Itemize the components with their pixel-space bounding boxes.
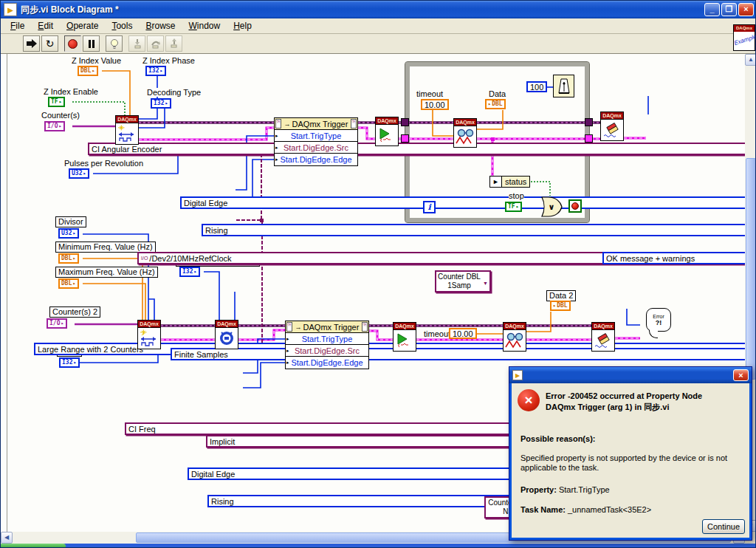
reason-text-line1: Specified property is not supported by t…: [520, 453, 727, 462]
run-button[interactable]: [23, 35, 40, 52]
step-over-button[interactable]: [147, 35, 164, 52]
vertical-scroll-thumb[interactable]: [746, 158, 756, 380]
property-row-trigtype[interactable]: Start.TrigType: [286, 333, 368, 345]
wire-junction: [260, 219, 264, 222]
daqmx-create-channel-node-top[interactable]: DAQmx: [115, 115, 139, 145]
label-decoding-type: Decoding Type: [147, 88, 201, 97]
loop-tunnel[interactable]: [585, 118, 593, 126]
restore-button[interactable]: ❐: [721, 3, 737, 16]
step-out-button[interactable]: [165, 35, 182, 52]
close-button[interactable]: ×: [738, 3, 754, 16]
scroll-left-arrow[interactable]: ◀: [1, 532, 13, 544]
run-continuous-icon: ↻: [46, 38, 55, 49]
terminal-stop[interactable]: TF: [505, 202, 522, 212]
property-row-digedge-src[interactable]: Start.DigEdge.Src: [275, 142, 357, 154]
constant-timeout-bottom[interactable]: 10.00: [449, 328, 477, 339]
daqmx-read-node-bottom[interactable]: DAQmx: [503, 322, 526, 352]
daqmx-create-channel-node-bottom[interactable]: DAQmx: [137, 320, 161, 349]
dropdown-ci-angular-encoder[interactable]: CI Angular Encoder: [88, 143, 756, 155]
daqmx-start-task-node-bottom[interactable]: DAQmx: [393, 322, 416, 352]
property-row-digedge-edge[interactable]: Start.DigEdge.Edge: [275, 154, 357, 165]
unbundle-status-node[interactable]: ► status: [489, 176, 530, 188]
property-row-digedge-src[interactable]: Start.DigEdge.Src: [286, 345, 368, 357]
menu-operate[interactable]: Operate: [60, 19, 105, 32]
terminal-divisor[interactable]: U32: [58, 228, 79, 239]
highlight-execution-button[interactable]: [106, 35, 123, 52]
label-data: Data: [489, 89, 506, 98]
labview-icon: ▶: [4, 3, 17, 16]
start-button-fragment[interactable]: [1, 544, 66, 548]
dialog-close-button[interactable]: ×: [733, 369, 749, 381]
read-glasses-icon: [455, 127, 475, 146]
terminal-counters[interactable]: I/O: [44, 121, 65, 131]
read-glasses-icon: [504, 331, 525, 350]
terminal-decoding-type[interactable]: I32: [151, 98, 171, 109]
task-name-line: Task Name: _unnamedTask<35E2>: [520, 505, 651, 514]
run-continuously-button[interactable]: ↻: [41, 35, 58, 52]
property-node-daqmx-trigger-bottom[interactable]: ?!→DAQmx Trigger?! Start.TrigType Start.…: [285, 321, 369, 369]
indicator-data-2[interactable]: DBL: [550, 301, 571, 311]
loop-tunnel[interactable]: [585, 134, 593, 143]
dropdown-rising-top[interactable]: Rising: [202, 224, 756, 236]
minimize-button[interactable]: _: [704, 3, 720, 16]
scroll-up-arrow[interactable]: ▲: [745, 54, 756, 66]
terminal-z-index-value[interactable]: DBL: [78, 66, 98, 76]
loop-iteration-terminal[interactable]: i: [423, 201, 436, 213]
menu-file[interactable]: File: [4, 19, 31, 32]
terminal-counters-2[interactable]: I/O: [47, 318, 67, 329]
error-in-glyph-icon: ?!: [286, 322, 292, 332]
property-node-daqmx-trigger-top[interactable]: ?!→DAQmx Trigger?! Start.TrigType Start.…: [274, 117, 358, 166]
vi-icon-daqmx-example[interactable]: DAQmx Example: [733, 24, 755, 51]
label-timeout-top: timeout: [416, 89, 443, 98]
property-row-trigtype[interactable]: Start.TrigType: [275, 130, 357, 142]
terminal-pulses-per-revolution[interactable]: U32: [69, 168, 89, 179]
dropdown-ok-warnings-top[interactable]: OK message + warnings: [602, 252, 756, 264]
terminal-z-index-phase[interactable]: I32: [145, 66, 166, 76]
terminal-edge[interactable]: I32: [59, 357, 80, 368]
wait-next-ms-multiple-node[interactable]: [553, 75, 574, 97]
menu-window[interactable]: Window: [182, 19, 227, 32]
terminal-min-freq[interactable]: DBL: [58, 253, 79, 264]
error-in-glyph-icon: ?!: [275, 119, 281, 129]
simple-error-handler-node-top[interactable]: Error?!: [646, 308, 673, 340]
menu-tools[interactable]: Tools: [105, 19, 139, 32]
label-divisor: Divisor: [55, 216, 86, 227]
label-stop: stop: [509, 191, 524, 200]
vi-icon-header: DAQmx: [734, 25, 755, 32]
constant-wait-ms[interactable]: 100: [526, 81, 547, 92]
reason-text-line2: applicable to the task.: [520, 463, 599, 472]
step-into-button[interactable]: [128, 35, 145, 52]
menu-browse[interactable]: Browse: [139, 19, 182, 32]
dropdown-finite-samples[interactable]: Finite Samples: [171, 348, 756, 360]
menu-help[interactable]: Help: [227, 19, 258, 32]
property-row-digedge-edge[interactable]: Start.DigEdge.Edge: [286, 357, 368, 369]
dropdown-digital-edge-top[interactable]: Digital Edge: [180, 196, 756, 209]
terminal-samples-per-channel[interactable]: I32: [179, 267, 200, 277]
daqmx-timing-node[interactable]: DAQmx: [215, 320, 238, 349]
daqmx-clear-task-node-top[interactable]: DAQmx: [600, 112, 624, 141]
loop-tunnel[interactable]: [401, 134, 409, 143]
error-out-glyph-icon: ?!: [362, 322, 368, 332]
terminal-max-freq[interactable]: DBL: [58, 278, 79, 289]
continue-button[interactable]: Continue: [702, 519, 745, 534]
possible-reasons-label: Possible reason(s):: [520, 434, 595, 443]
error-heading-line1: Error -200452 occurred at Property Node: [546, 391, 702, 400]
loop-condition-terminal[interactable]: [568, 199, 582, 213]
daqmx-start-task-node-top[interactable]: DAQmx: [375, 117, 399, 146]
window-title: 同步.vi Block Diagram *: [21, 4, 119, 16]
indicator-data[interactable]: DBL: [485, 99, 506, 109]
io-glyph-icon: I/O: [141, 256, 148, 261]
daqmx-clear-task-node-bottom[interactable]: DAQmx: [591, 322, 615, 352]
error-icon: ×: [518, 389, 540, 411]
terminal-z-index-enable[interactable]: TF: [48, 97, 65, 107]
menu-edit[interactable]: Edit: [31, 19, 60, 32]
pause-button[interactable]: [83, 35, 100, 52]
or-function-node[interactable]: ∨: [540, 196, 565, 221]
label-max-freq: Maximum Freq. Value (Hz): [55, 267, 158, 278]
dropdown-read-mode-top[interactable]: Counter DBL1Samp: [435, 270, 491, 292]
abort-button[interactable]: [64, 35, 81, 52]
windows-taskbar-sliver: [1, 544, 756, 548]
constant-timeout-top[interactable]: 10.00: [421, 99, 449, 110]
daqmx-read-node-top[interactable]: DAQmx: [453, 118, 477, 148]
loop-tunnel[interactable]: [401, 118, 409, 126]
